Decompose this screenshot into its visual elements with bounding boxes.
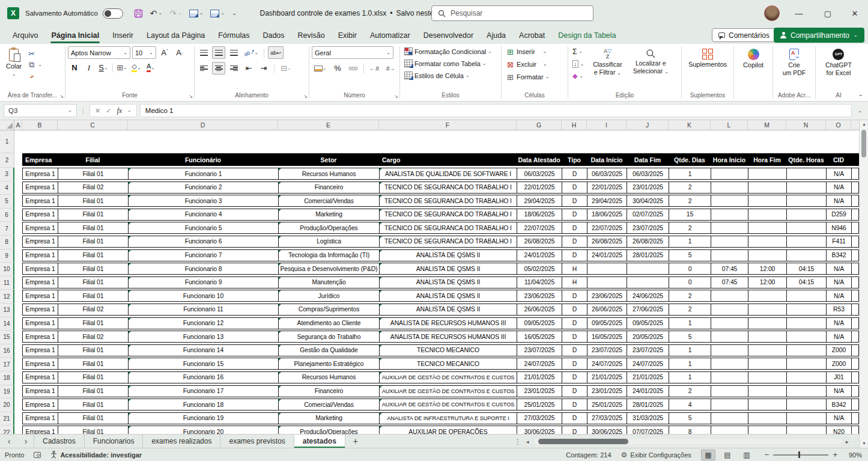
cell[interactable]: Filial 01 bbox=[58, 345, 129, 356]
ribbon-tab-arquivo[interactable]: Arquivo bbox=[6, 26, 44, 44]
cell[interactable] bbox=[748, 290, 787, 301]
cell[interactable]: 24/01/2025 bbox=[627, 386, 669, 397]
cell[interactable] bbox=[14, 276, 22, 290]
cell[interactable] bbox=[14, 236, 22, 249]
column-header-i[interactable]: I bbox=[587, 120, 627, 130]
cell[interactable]: TECNICO MECANICO bbox=[380, 345, 517, 356]
cell-styles-button[interactable]: Estilos de Célula⌄ bbox=[402, 70, 472, 81]
cell[interactable]: 22/07/2025 bbox=[517, 222, 562, 233]
cell[interactable]: Filial 01 bbox=[58, 290, 129, 301]
cell[interactable]: D259 bbox=[827, 209, 852, 220]
cell[interactable]: 2 bbox=[669, 304, 711, 315]
cell[interactable]: Funcionario 15 bbox=[129, 358, 279, 369]
cell[interactable]: Funcionario 3 bbox=[129, 195, 279, 206]
cell[interactable] bbox=[748, 222, 787, 233]
cell[interactable]: Gestão da Qualidade bbox=[279, 345, 380, 356]
column-header-f[interactable]: F bbox=[379, 120, 517, 130]
sheet-tab-funcionarios[interactable]: Funcionarios bbox=[85, 435, 144, 448]
table-header-filial[interactable]: Filial bbox=[58, 153, 128, 166]
cell[interactable] bbox=[852, 222, 859, 233]
cell[interactable]: 23/07/2025 bbox=[517, 345, 562, 356]
cell[interactable]: 28/01/2025 bbox=[627, 399, 669, 410]
cell[interactable]: 04:15 bbox=[787, 277, 827, 288]
clipboard-dialog-launcher[interactable]: ↘ bbox=[59, 94, 64, 99]
cell[interactable]: D bbox=[562, 372, 587, 383]
cell[interactable] bbox=[14, 222, 22, 236]
cell[interactable]: Empresa 1 bbox=[23, 236, 58, 247]
cell[interactable]: 02/07/2025 bbox=[627, 209, 669, 220]
accessibility-status[interactable]: Acessibilidade: investigar bbox=[46, 448, 147, 461]
fill-color-button[interactable]: ◇⌄ bbox=[130, 61, 143, 74]
cell[interactable]: 21/01/2025 bbox=[587, 372, 627, 383]
cell[interactable]: Funcionario 9 bbox=[129, 277, 279, 288]
cell[interactable]: Recursos Humanos bbox=[279, 372, 380, 383]
ribbon-tab-ajuda[interactable]: Ajuda bbox=[480, 26, 512, 44]
cell[interactable] bbox=[711, 209, 748, 220]
cell[interactable]: ANALISTA DE QUALIDADE DE SOFTWARE I bbox=[380, 168, 517, 179]
cell[interactable]: 09/05/2025 bbox=[627, 318, 669, 329]
horizontal-scrollbar[interactable] bbox=[535, 439, 842, 444]
align-right-button[interactable] bbox=[227, 62, 240, 75]
cell[interactable]: 11/04/2025 bbox=[517, 277, 562, 288]
sheet-tab-atestados[interactable]: atestados bbox=[294, 435, 345, 448]
table-header-hora-inicio[interactable]: Hora Inicio bbox=[711, 153, 748, 166]
cell[interactable] bbox=[787, 386, 827, 397]
table-header-data-fim[interactable]: Data Fim bbox=[627, 153, 669, 166]
cell[interactable] bbox=[852, 304, 859, 315]
cell[interactable]: D bbox=[562, 331, 587, 342]
row-header[interactable]: 19 bbox=[0, 385, 14, 399]
formula-input[interactable]: Medico 1 bbox=[140, 104, 852, 117]
normal-view-button[interactable]: ▦ bbox=[701, 450, 715, 460]
cell[interactable]: AUXILIAR DE GESTÃO DE CONTRATOS E CUSTOS bbox=[380, 386, 517, 397]
sheet-nav-next-icon[interactable]: › bbox=[18, 435, 34, 448]
expand-formula-bar-icon[interactable]: ⌄ bbox=[855, 108, 864, 114]
cell[interactable] bbox=[787, 182, 827, 193]
cell[interactable]: Empresa 1 bbox=[23, 372, 58, 383]
cell[interactable]: D bbox=[562, 345, 587, 356]
cell[interactable]: 1 bbox=[669, 318, 711, 329]
cell[interactable]: Funcionario 11 bbox=[129, 304, 279, 315]
cell[interactable]: 1 bbox=[669, 372, 711, 383]
ribbon-tab-automatizar[interactable]: Automatizar bbox=[363, 26, 417, 44]
cell[interactable]: Tecnologia da Informação (TI) bbox=[279, 250, 380, 261]
cell[interactable] bbox=[852, 168, 859, 179]
cell[interactable]: Filial 01 bbox=[58, 318, 129, 329]
zoom-slider[interactable] bbox=[773, 454, 828, 456]
cell[interactable]: 07:45 bbox=[711, 263, 748, 274]
cut-button[interactable]: ✂ bbox=[25, 48, 44, 59]
cell[interactable]: Empresa 1 bbox=[23, 290, 58, 301]
format-cells-button[interactable]: ⊞Formatar⌄ bbox=[504, 72, 551, 82]
cell[interactable] bbox=[787, 304, 827, 315]
cell[interactable]: Filial 02 bbox=[58, 304, 129, 315]
cell[interactable] bbox=[787, 195, 827, 206]
cell[interactable] bbox=[748, 358, 787, 369]
cell[interactable] bbox=[711, 222, 748, 233]
ribbon-tab-acrobat[interactable]: Acrobat bbox=[512, 26, 551, 44]
scroll-down-icon[interactable]: ▾ bbox=[860, 441, 868, 446]
cell[interactable]: N/A bbox=[827, 277, 852, 288]
cell[interactable] bbox=[748, 195, 787, 206]
cell[interactable]: 27/06/2025 bbox=[627, 304, 669, 315]
cell[interactable]: 09/05/2025 bbox=[517, 318, 562, 329]
cell[interactable] bbox=[14, 412, 22, 426]
cell[interactable]: ANALISTA DE QSMS II bbox=[380, 290, 517, 301]
cell[interactable]: Filial 01 bbox=[58, 413, 129, 424]
cell[interactable]: ANALISTA DE RECURSOS HUMANOS III bbox=[380, 331, 517, 342]
cell[interactable] bbox=[852, 345, 859, 356]
row-header[interactable]: 3 bbox=[0, 168, 14, 182]
cell[interactable]: 24/01/2025 bbox=[517, 250, 562, 261]
cell[interactable] bbox=[852, 358, 859, 369]
cell[interactable]: Funcionario 8 bbox=[129, 263, 279, 274]
cell[interactable] bbox=[14, 195, 22, 209]
decrease-font-size-button[interactable]: Aˇ bbox=[173, 46, 186, 59]
confirm-entry-icon[interactable]: ✓ bbox=[106, 107, 111, 115]
cell[interactable] bbox=[711, 195, 748, 206]
cell[interactable]: D bbox=[562, 195, 587, 206]
cell[interactable]: N/A bbox=[827, 263, 852, 274]
search-input[interactable]: Pesquisar bbox=[431, 5, 593, 21]
align-bottom-button[interactable] bbox=[227, 46, 240, 59]
ribbon-tab-pagina-inicial[interactable]: Página Inicial bbox=[44, 26, 106, 44]
cell[interactable]: 26/06/2025 bbox=[587, 304, 627, 315]
row-header[interactable]: 22 bbox=[0, 426, 14, 434]
vertical-scrollbar[interactable]: ▴ ▾ bbox=[859, 120, 868, 448]
